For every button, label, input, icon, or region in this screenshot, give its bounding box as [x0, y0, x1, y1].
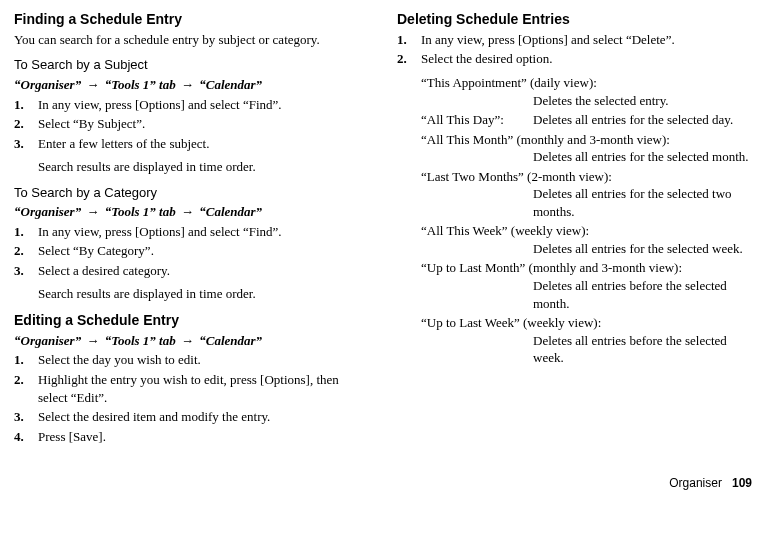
step-item: In any view, press [Options] and select …: [397, 31, 752, 49]
nav-seg: “Organiser”: [14, 333, 81, 348]
option-desc: Deletes all entries before the selected …: [421, 332, 752, 367]
step-note: Search results are displayed in time ord…: [14, 158, 369, 176]
option-term: “This Appointment” (daily view):: [421, 75, 597, 90]
option-desc: Deletes the selected entry.: [421, 92, 752, 110]
page-number: 109: [732, 476, 752, 490]
option-term: “Up to Last Week” (weekly view):: [421, 315, 601, 330]
left-column: Finding a Schedule Entry You can search …: [14, 10, 369, 451]
arrow-icon: →: [179, 333, 196, 348]
nav-seg: “Tools 1” tab: [105, 204, 176, 219]
nav-seg: “Organiser”: [14, 204, 81, 219]
nav-seg: “Calendar”: [199, 204, 262, 219]
option-desc: Deletes all entries for the selected two…: [421, 185, 752, 220]
option-term: “Last Two Months” (2-month view):: [421, 169, 612, 184]
search-category-heading: To Search by a Category: [14, 184, 369, 202]
option-term: “All This Week” (weekly view):: [421, 223, 589, 238]
option-term: “All This Month” (monthly and 3-month vi…: [421, 132, 670, 147]
nav-path: “Organiser” → “Tools 1” tab → “Calendar”: [14, 332, 369, 350]
nav-path: “Organiser” → “Tools 1” tab → “Calendar”: [14, 76, 369, 94]
arrow-icon: →: [84, 77, 101, 92]
option-desc: Deletes all entries before the selected …: [421, 277, 752, 312]
steps-list: In any view, press [Options] and select …: [14, 96, 369, 153]
step-item: Select “By Subject”.: [14, 115, 369, 133]
option-desc: Deletes all entries for the selected mon…: [421, 148, 752, 166]
nav-seg: “Organiser”: [14, 77, 81, 92]
option-item: “This Appointment” (daily view): Deletes…: [421, 74, 752, 109]
editing-heading: Editing a Schedule Entry: [14, 311, 369, 330]
option-item: “All This Month” (monthly and 3-month vi…: [421, 131, 752, 166]
nav-path: “Organiser” → “Tools 1” tab → “Calendar”: [14, 203, 369, 221]
delete-options: “This Appointment” (daily view): Deletes…: [397, 74, 752, 367]
step-item: Highlight the entry you wish to edit, pr…: [14, 371, 369, 406]
steps-list: Select the day you wish to edit. Highlig…: [14, 351, 369, 445]
step-item: Select the day you wish to edit.: [14, 351, 369, 369]
footer-section: Organiser: [669, 476, 722, 490]
deleting-heading: Deleting Schedule Entries: [397, 10, 752, 29]
arrow-icon: →: [179, 77, 196, 92]
option-item: “All This Week” (weekly view): Deletes a…: [421, 222, 752, 257]
arrow-icon: →: [84, 204, 101, 219]
finding-heading: Finding a Schedule Entry: [14, 10, 369, 29]
step-item: In any view, press [Options] and select …: [14, 223, 369, 241]
page-footer: Organiser 109: [14, 475, 752, 491]
nav-seg: “Tools 1” tab: [105, 333, 176, 348]
option-desc: Deletes all entries for the selected day…: [533, 111, 752, 129]
arrow-icon: →: [179, 204, 196, 219]
steps-list: In any view, press [Options] and select …: [14, 223, 369, 280]
option-term: “Up to Last Month” (monthly and 3-month …: [421, 260, 682, 275]
step-item: Select “By Category”.: [14, 242, 369, 260]
option-item: “All This Day”: Deletes all entries for …: [421, 111, 752, 129]
arrow-icon: →: [84, 333, 101, 348]
option-item: “Last Two Months” (2-month view): Delete…: [421, 168, 752, 221]
steps-list: In any view, press [Options] and select …: [397, 31, 752, 68]
step-item: In any view, press [Options] and select …: [14, 96, 369, 114]
right-column: Deleting Schedule Entries In any view, p…: [397, 10, 752, 451]
step-item: Press [Save].: [14, 428, 369, 446]
search-subject-heading: To Search by a Subject: [14, 56, 369, 74]
step-item: Select a desired category.: [14, 262, 369, 280]
option-item: “Up to Last Month” (monthly and 3-month …: [421, 259, 752, 312]
step-item: Enter a few letters of the subject.: [14, 135, 369, 153]
option-item: “Up to Last Week” (weekly view): Deletes…: [421, 314, 752, 367]
nav-seg: “Tools 1” tab: [105, 77, 176, 92]
option-term: “All This Day”:: [421, 111, 533, 129]
step-item: Select the desired option.: [397, 50, 752, 68]
step-note: Search results are displayed in time ord…: [14, 285, 369, 303]
step-item: Select the desired item and modify the e…: [14, 408, 369, 426]
finding-intro: You can search for a schedule entry by s…: [14, 31, 369, 49]
nav-seg: “Calendar”: [199, 333, 262, 348]
option-desc: Deletes all entries for the selected wee…: [421, 240, 752, 258]
nav-seg: “Calendar”: [199, 77, 262, 92]
